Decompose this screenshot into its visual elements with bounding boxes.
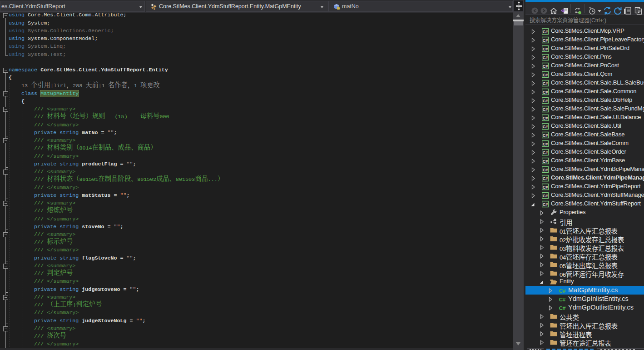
svg-text:C#: C#	[543, 193, 548, 198]
svg-text:C#: C#	[543, 150, 548, 155]
svg-text:C#: C#	[559, 288, 566, 293]
svg-text:C#: C#	[543, 55, 548, 60]
svg-text:C#: C#	[543, 72, 548, 77]
svg-text:C#: C#	[543, 159, 548, 163]
svg-text:C#: C#	[543, 107, 548, 111]
svg-text:C#: C#	[543, 98, 548, 103]
svg-text:C#: C#	[543, 185, 548, 189]
svg-text:C#: C#	[543, 64, 548, 68]
svg-text:C#: C#	[543, 167, 548, 172]
svg-text:C#: C#	[559, 305, 566, 310]
svg-text:C#: C#	[543, 141, 548, 146]
svg-text:C#: C#	[543, 124, 548, 129]
svg-text:C#: C#	[543, 90, 548, 94]
svg-text:C#: C#	[543, 133, 548, 137]
svg-text:C#: C#	[543, 81, 548, 85]
svg-text:C#: C#	[543, 38, 548, 42]
svg-text:C#: C#	[543, 29, 548, 34]
svg-text:C#: C#	[543, 176, 548, 180]
svg-text:C#: C#	[543, 115, 548, 120]
svg-text:C#: C#	[543, 46, 548, 51]
svg-text:C#: C#	[559, 296, 566, 302]
svg-text:C#: C#	[543, 202, 548, 206]
